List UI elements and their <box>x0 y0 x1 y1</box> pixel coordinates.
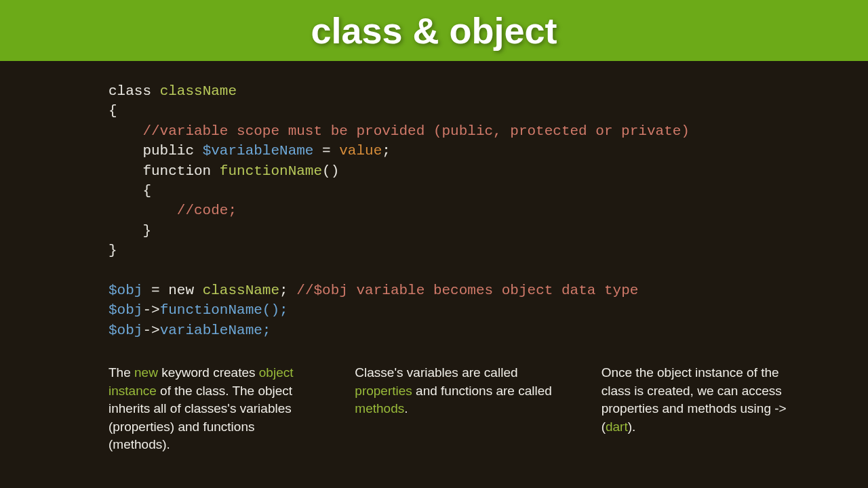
obj-var: $obj <box>108 283 142 298</box>
col2-text-a: Classe's variables are called <box>355 365 517 380</box>
class-name-ref: className <box>203 283 279 298</box>
column-2: Classe's variables are called properties… <box>355 364 560 454</box>
comment-scope: //variable scope must be provided (publi… <box>108 123 690 139</box>
code-block: class className { //variable scope must … <box>0 61 868 340</box>
equals: = <box>313 143 339 159</box>
col1-text-c: keyword creates <box>158 365 259 380</box>
variable-name: $variableName <box>203 143 314 159</box>
description-columns: The new keyword creates object instance … <box>0 340 868 454</box>
col2-highlight-methods: methods <box>355 401 404 415</box>
obj-var2: $obj <box>108 302 142 318</box>
col2-highlight-properties: properties <box>355 384 412 398</box>
obj-var3: $obj <box>108 323 142 338</box>
col2-text-e: . <box>404 401 408 415</box>
keyword-public: public <box>108 143 203 159</box>
function-name: functionName <box>220 163 322 179</box>
header-bar: class & object <box>0 0 868 61</box>
column-1: The new keyword creates object instance … <box>108 364 314 454</box>
value-token: value <box>339 143 382 159</box>
arrow2: -> <box>142 323 159 338</box>
col1-highlight-new: new <box>134 365 158 380</box>
equals-new: = new <box>142 283 202 298</box>
col1-text-a: The <box>108 365 134 380</box>
arrow1: -> <box>142 302 159 318</box>
class-name: className <box>160 83 237 99</box>
brace-open-inner: { <box>108 183 151 199</box>
comment-code: //code; <box>108 203 237 218</box>
semicolon2: ; <box>279 283 296 298</box>
prop-access: variableName; <box>160 323 271 338</box>
parens: () <box>322 163 339 179</box>
brace-close: } <box>108 243 117 258</box>
comment-obj: //$obj variable becomes object data type <box>296 283 638 298</box>
col3-highlight-dart: dart <box>606 420 628 434</box>
page-title: class & object <box>311 9 557 52</box>
keyword-class: class <box>108 83 160 99</box>
keyword-function: function <box>108 163 220 179</box>
col3-text-c: ). <box>628 420 636 434</box>
column-3: Once the object instance of the class is… <box>601 364 807 454</box>
method-call: functionName(); <box>160 302 288 318</box>
semicolon: ; <box>382 143 391 159</box>
brace-open: { <box>108 103 117 119</box>
col2-text-c: and functions are called <box>412 384 552 398</box>
brace-close-inner: } <box>108 223 151 239</box>
